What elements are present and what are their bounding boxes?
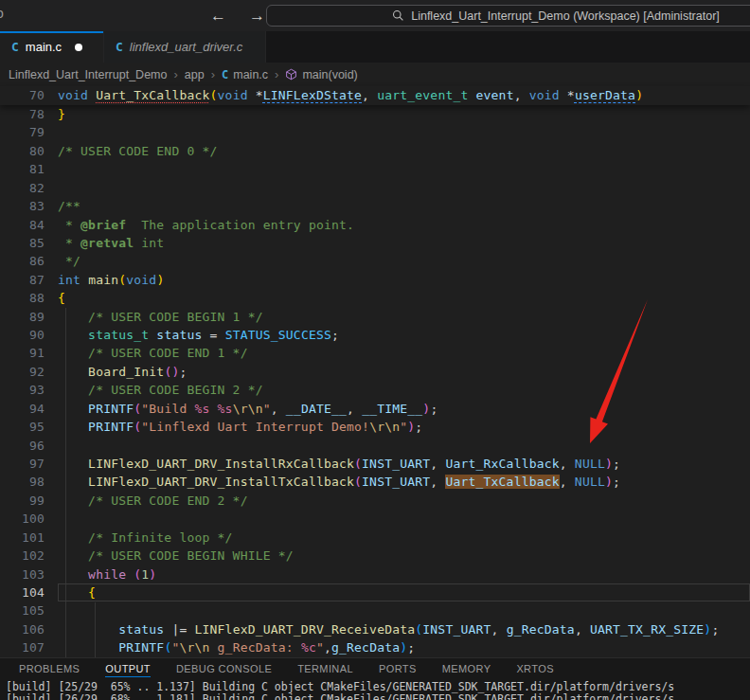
code-line-85[interactable]: 85 * @retval int bbox=[0, 234, 750, 252]
search-icon bbox=[392, 9, 404, 22]
line-content: LINFlexD_UART_DRV_InstallRxCallback(INST… bbox=[58, 455, 750, 473]
code-line-80[interactable]: 80/* USER CODE END 0 */ bbox=[0, 142, 750, 160]
code-line-90[interactable]: 90 status_t status = STATUS_SUCCESS; bbox=[0, 326, 750, 344]
line-number: 88 bbox=[0, 289, 45, 307]
code-line-106[interactable]: 106 status |= LINFlexD_UART_DRV_ReceiveD… bbox=[0, 620, 750, 638]
code-line-102[interactable]: 102 /* USER CODE BEGIN WHILE */ bbox=[0, 547, 750, 565]
editor-tab-strip: C main.c C linflexd_uart_driver.c bbox=[0, 31, 750, 63]
code-editor[interactable]: 78}7980/* USER CODE END 0 */818283/**84 … bbox=[0, 105, 750, 657]
line-content: } bbox=[58, 105, 750, 123]
code-line-91[interactable]: 91 /* USER CODE END 1 */ bbox=[0, 344, 750, 362]
c-file-icon: C bbox=[222, 68, 228, 81]
line-content: while (1) bbox=[58, 565, 750, 583]
line-content: PRINTF("\r\n g_RecData: %c",g_RecData); bbox=[58, 638, 750, 656]
code-line-97[interactable]: 97 LINFlexD_UART_DRV_InstallRxCallback(I… bbox=[0, 455, 750, 473]
code-line-89[interactable]: 89 /* USER CODE BEGIN 1 */ bbox=[0, 308, 750, 326]
line-content: /* USER CODE END 1 */ bbox=[58, 344, 750, 362]
panel-tab-problems[interactable]: PROBLEMS bbox=[19, 663, 80, 677]
code-line-98[interactable]: 98 LINFlexD_UART_DRV_InstallTxCallback(I… bbox=[0, 473, 750, 491]
line-number: 84 bbox=[0, 216, 45, 234]
code-line-83[interactable]: 83/** bbox=[0, 197, 750, 215]
line-number: 83 bbox=[0, 197, 45, 215]
symbol-cube-icon bbox=[285, 68, 297, 81]
line-number: 96 bbox=[0, 437, 45, 455]
code-line-81[interactable]: 81 bbox=[0, 160, 750, 178]
code-line-94[interactable]: 94 PRINTF("Build %s %s\r\n", __DATE__, _… bbox=[0, 400, 750, 418]
panel-tab-memory[interactable]: MEMORY bbox=[442, 663, 491, 677]
output-line: [build] [25/29 65% .. 1.137] Building C … bbox=[0, 681, 750, 693]
code-line-96[interactable]: 96 bbox=[0, 437, 750, 455]
line-content bbox=[58, 160, 750, 178]
code-line-100[interactable]: 100 bbox=[0, 510, 750, 528]
code-line-82[interactable]: 82 bbox=[0, 179, 750, 197]
line-content: * @retval int bbox=[58, 234, 750, 252]
code-line-103[interactable]: 103 while (1) bbox=[0, 565, 750, 583]
code-line-78[interactable]: 78} bbox=[0, 105, 750, 123]
code-line-93[interactable]: 93 /* USER CODE BEGIN 2 */ bbox=[0, 381, 750, 399]
line-number: 89 bbox=[0, 308, 45, 326]
code-line-101[interactable]: 101 /* Infinite loop */ bbox=[0, 529, 750, 547]
code-line-87[interactable]: 87int main(void) bbox=[0, 271, 750, 289]
line-content: /* USER CODE BEGIN 2 */ bbox=[58, 381, 750, 399]
code-line-86[interactable]: 86 */ bbox=[0, 252, 750, 270]
code-line-84[interactable]: 84 * @brief The application entry point. bbox=[0, 216, 750, 234]
output-console[interactable]: [build] [25/29 65% .. 1.137] Building C … bbox=[0, 681, 750, 700]
line-content: status |= LINFlexD_UART_DRV_ReceiveData(… bbox=[58, 620, 750, 638]
line-number: 103 bbox=[0, 565, 45, 583]
modified-dot-icon[interactable] bbox=[75, 44, 82, 51]
panel-tab-output[interactable]: OUTPUT bbox=[105, 663, 151, 677]
code-line-105[interactable]: 105 bbox=[0, 601, 750, 619]
code-line-95[interactable]: 95 PRINTF("Linflexd Uart Interrupt Demo!… bbox=[0, 418, 750, 436]
breadcrumb-separator: › bbox=[173, 67, 177, 81]
line-number: 87 bbox=[0, 271, 45, 289]
line-number: 79 bbox=[0, 123, 45, 141]
panel-tab-xrtos[interactable]: XRTOS bbox=[516, 663, 554, 677]
line-number: 104 bbox=[0, 583, 45, 601]
code-line-88[interactable]: 88{ bbox=[0, 289, 750, 307]
line-content: PRINTF("Linflexd Uart Interrupt Demo!\r\… bbox=[58, 418, 750, 436]
workspace-title: Linflexd_Uart_Interrupt_Demo (Workspace)… bbox=[411, 9, 720, 23]
line-content: */ bbox=[58, 252, 750, 270]
panel-tab-terminal[interactable]: TERMINAL bbox=[297, 663, 353, 677]
breadcrumb-item-file[interactable]: C main.c bbox=[222, 68, 268, 81]
line-content: int main(void) bbox=[58, 271, 750, 289]
code-line-99[interactable]: 99 /* USER CODE END 2 */ bbox=[0, 492, 750, 510]
panel-tab-debug-console[interactable]: DEBUG CONSOLE bbox=[176, 663, 272, 677]
line-content: { bbox=[58, 583, 750, 601]
code-line-104[interactable]: 104 { bbox=[0, 583, 750, 601]
line-number: 86 bbox=[0, 252, 45, 270]
cutoff-menu-text: o bbox=[0, 6, 4, 21]
c-file-icon: C bbox=[11, 40, 19, 54]
code-line-92[interactable]: 92 Board_Init(); bbox=[0, 363, 750, 381]
command-center-search[interactable]: Linflexd_Uart_Interrupt_Demo (Workspace)… bbox=[266, 5, 750, 27]
code-line-70[interactable]: 70void Uart_TxCallback(void *LINFLexDSta… bbox=[0, 86, 750, 104]
line-number: 94 bbox=[0, 400, 45, 418]
line-content: PRINTF("Build %s %s\r\n", __DATE__, __TI… bbox=[58, 400, 750, 418]
line-number: 92 bbox=[0, 363, 45, 381]
line-number: 99 bbox=[0, 492, 45, 510]
output-line: [build] [26/29 68% .. 1.181] Building C … bbox=[0, 693, 750, 700]
breadcrumb-item-workspace[interactable]: Linflexd_Uart_Interrupt_Demo bbox=[9, 68, 167, 81]
line-number: 91 bbox=[0, 344, 45, 362]
tab-linflexd-uart-driver-c[interactable]: C linflexd_uart_driver.c bbox=[104, 31, 266, 63]
line-content: /* USER CODE END 2 */ bbox=[58, 492, 750, 510]
line-number: 106 bbox=[0, 620, 45, 638]
breadcrumb-item-symbol[interactable]: main(void) bbox=[285, 68, 357, 81]
panel-tab-ports[interactable]: PORTS bbox=[379, 663, 417, 677]
line-content bbox=[58, 510, 750, 528]
c-file-icon: C bbox=[116, 40, 123, 54]
line-number: 100 bbox=[0, 510, 45, 528]
code-line-107[interactable]: 107 PRINTF("\r\n g_RecData: %c",g_RecDat… bbox=[0, 638, 750, 656]
line-number: 82 bbox=[0, 179, 45, 197]
nav-back-button[interactable]: ← bbox=[206, 6, 230, 26]
sticky-scroll-line[interactable]: 70void Uart_TxCallback(void *LINFLexDSta… bbox=[0, 86, 750, 105]
code-line-79[interactable]: 79 bbox=[0, 123, 750, 141]
breadcrumb-item-app[interactable]: app bbox=[185, 68, 205, 81]
line-number: 105 bbox=[0, 601, 45, 619]
line-number: 70 bbox=[0, 86, 45, 104]
breadcrumb-separator: › bbox=[275, 67, 278, 81]
tab-main-c[interactable]: C main.c bbox=[0, 31, 104, 63]
line-content: /* Infinite loop */ bbox=[58, 529, 750, 547]
line-content: LINFlexD_UART_DRV_InstallTxCallback(INST… bbox=[58, 473, 750, 491]
line-content: { bbox=[58, 289, 750, 307]
